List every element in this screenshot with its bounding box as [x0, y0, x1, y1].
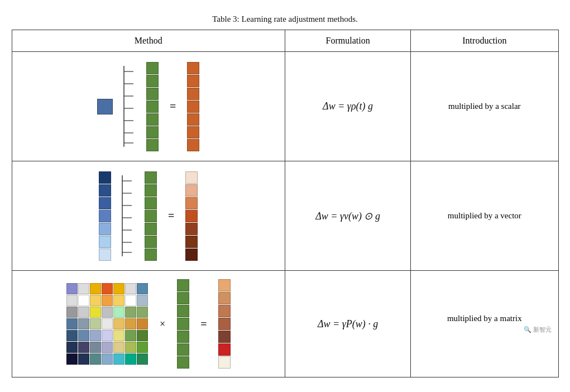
- blue-cube: [97, 99, 113, 114]
- diagram-2: =: [18, 170, 280, 262]
- method-cell-3: × =: [12, 271, 285, 377]
- watermark-text: 新智元: [533, 326, 552, 333]
- green-stack-2: [145, 171, 157, 261]
- method-cell-1: =: [12, 52, 285, 161]
- watermark-icon: 🔍: [524, 326, 531, 333]
- green-stack-3: [177, 279, 189, 369]
- main-table: Method Formulation Introduction: [12, 30, 559, 377]
- intro-cell-2: multiplied by a vector: [411, 161, 558, 271]
- diagram-3: × =: [18, 279, 280, 369]
- intro-cell-1: multiplied by a scalar: [411, 52, 558, 161]
- bracket-svg-2: [119, 170, 136, 262]
- table-row: = Δw: [12, 161, 558, 271]
- orange-stack-1: [187, 62, 199, 151]
- math-formula-1: Δw = γρ(t) g: [323, 101, 373, 112]
- diagram-1: =: [18, 60, 280, 152]
- intro-text-3: multiplied by a matrix: [447, 314, 522, 323]
- times-sign: ×: [160, 318, 165, 330]
- watermark: 🔍 新智元: [418, 323, 551, 334]
- equals-3: =: [200, 318, 207, 331]
- formula-cell-2: Δw = γv(w) ⊙ g: [285, 161, 411, 271]
- header-formulation: Formulation: [285, 30, 411, 52]
- header-method: Method: [12, 30, 285, 52]
- math-formula-3: Δw = γP(w) · g: [318, 318, 378, 329]
- result-stack-3: [218, 279, 231, 369]
- equals-2: =: [168, 209, 174, 222]
- formula-cell-3: Δw = γP(w) · g: [285, 271, 411, 377]
- table-caption: Table 3: Learning rate adjustment method…: [12, 15, 559, 24]
- page-container: Table 3: Learning rate adjustment method…: [12, 15, 559, 377]
- table-row: = Δw = γρ(t) g multiplied by a scala: [12, 52, 558, 161]
- math-formula-2: Δw = γv(w) ⊙ g: [315, 211, 380, 222]
- green-stack-1: [146, 62, 159, 151]
- header-introduction: Introduction: [411, 30, 558, 52]
- blue-stack-2: [99, 171, 111, 261]
- bracket-svg-1: [121, 60, 138, 152]
- table-row: × =: [12, 271, 558, 377]
- mixed-stack-2: [185, 171, 198, 261]
- equals-1: =: [170, 100, 176, 113]
- formula-cell-1: Δw = γρ(t) g: [285, 52, 411, 161]
- method-cell-2: =: [12, 161, 285, 271]
- intro-cell-3: multiplied by a matrix 🔍 新智元: [411, 271, 558, 377]
- matrix-grid: [66, 283, 148, 365]
